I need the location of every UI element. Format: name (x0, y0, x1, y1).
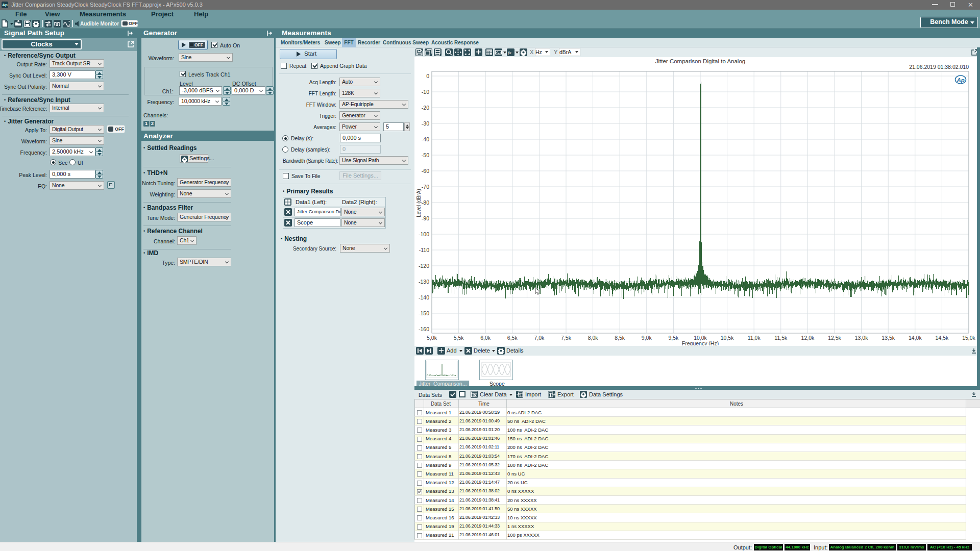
svg-text:14,0k: 14,0k (909, 335, 922, 341)
svg-text:13,5k: 13,5k (881, 335, 895, 341)
svg-text:12,5k: 12,5k (828, 335, 841, 341)
svg-text:7,0k: 7,0k (534, 335, 545, 341)
svg-text:Jitter Comparison Digital to A: Jitter Comparison Digital to Analog (655, 58, 745, 64)
svg-text:Ap: Ap (957, 77, 965, 83)
svg-text:9,0k: 9,0k (642, 335, 652, 341)
svg-text:15,0k: 15,0k (962, 335, 975, 341)
svg-text:-150: -150 (419, 310, 429, 316)
svg-text:-110: -110 (419, 247, 429, 253)
svg-text:8,5k: 8,5k (615, 335, 625, 341)
svg-text:-140: -140 (419, 294, 429, 300)
svg-text:6,0k: 6,0k (480, 335, 491, 341)
svg-text:13,0k: 13,0k (855, 335, 868, 341)
svg-text:7,5k: 7,5k (561, 335, 572, 341)
svg-text:-160: -160 (419, 326, 429, 332)
svg-text:-60: -60 (422, 168, 429, 174)
svg-text:-90: -90 (422, 215, 429, 221)
svg-text:5,0k: 5,0k (427, 335, 437, 341)
svg-text:-10: -10 (422, 89, 429, 95)
svg-text:9,5k: 9,5k (668, 335, 679, 341)
svg-text:-40: -40 (422, 136, 429, 142)
svg-text:11,0k: 11,0k (748, 335, 761, 341)
svg-text:5,5k: 5,5k (454, 335, 464, 341)
svg-text:-120: -120 (419, 263, 429, 269)
svg-text:21.06.2019 01:38:02.010: 21.06.2019 01:38:02.010 (909, 64, 969, 70)
svg-text:-80: -80 (422, 199, 429, 206)
svg-text:-20: -20 (422, 105, 429, 111)
svg-text:0: 0 (426, 73, 429, 79)
svg-text:14,5k: 14,5k (936, 335, 949, 341)
svg-text:11,5k: 11,5k (774, 335, 788, 341)
svg-text:-70: -70 (422, 184, 429, 190)
svg-text:-50: -50 (422, 152, 429, 158)
svg-text:10,5k: 10,5k (721, 335, 734, 341)
svg-text:fx: fx (508, 50, 511, 55)
svg-text:-30: -30 (422, 120, 429, 127)
svg-text:Level (dBrA): Level (dBrA) (416, 189, 422, 217)
svg-text:-130: -130 (419, 279, 429, 285)
svg-text:Frequency (Hz): Frequency (Hz) (682, 340, 719, 345)
svg-text:12,0k: 12,0k (801, 335, 815, 341)
svg-text:6,5k: 6,5k (507, 335, 518, 341)
svg-text:8,0k: 8,0k (588, 335, 599, 341)
svg-text:-100: -100 (419, 231, 429, 237)
